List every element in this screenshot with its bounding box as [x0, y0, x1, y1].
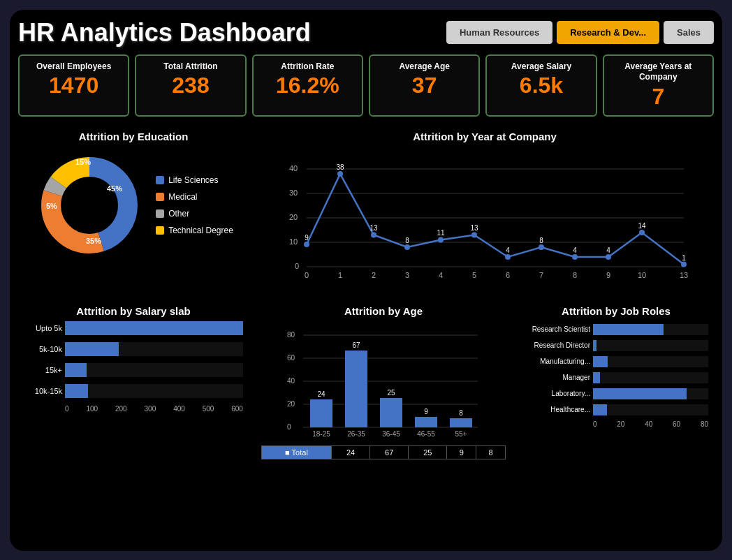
svg-text:8: 8: [405, 237, 409, 244]
svg-text:67: 67: [352, 341, 360, 349]
table-total-label: ■ Total: [262, 446, 332, 459]
job-track-manufacturing: [593, 356, 708, 367]
job-bar-research-director: Research Director: [524, 340, 708, 351]
legend-color-medical: [156, 193, 164, 201]
age-table: ■ Total 24 67 25 9 8: [261, 445, 506, 459]
job-bar-laboratory: Laboratory...: [524, 388, 708, 399]
salary-label-15k: 15k+: [24, 366, 62, 374]
legend-color-life-sciences: [156, 176, 164, 184]
svg-text:1: 1: [338, 271, 342, 279]
svg-text:10: 10: [289, 237, 298, 246]
svg-text:46-55: 46-55: [417, 430, 435, 438]
job-track-research-director: [593, 340, 708, 351]
svg-text:14: 14: [638, 222, 646, 230]
table-val-36-45: 25: [409, 446, 447, 459]
kpi-average-salary: Average Salary 6.5k: [485, 54, 596, 117]
salary-track-15k: [65, 363, 243, 377]
charts-row-2: Attrition by Salary slab Upto 5k 5k-10k …: [18, 300, 714, 464]
salary-track-upto5k: [65, 321, 243, 335]
svg-point-40: [606, 254, 611, 260]
bar-36-45: [380, 398, 402, 427]
salary-fill-5k10k: [65, 342, 119, 356]
salary-bar-upto5k: Upto 5k: [24, 321, 243, 335]
jobs-x-axis: 0 20 40 60 80: [593, 420, 708, 428]
donut-chart: 45% 35% 5% 15%: [34, 149, 145, 261]
svg-text:55+: 55+: [455, 430, 467, 438]
svg-text:13: 13: [470, 224, 478, 232]
tab-human-resources[interactable]: Human Resources: [446, 21, 552, 44]
job-label-healthcare: Healthcare...: [524, 406, 590, 414]
svg-text:26-35: 26-35: [347, 430, 365, 438]
bar-55-plus: [450, 418, 472, 427]
salary-track-5k10k: [65, 342, 243, 356]
svg-text:8: 8: [573, 271, 577, 279]
svg-point-34: [404, 244, 410, 250]
kpi-row: Overall Employees 1470 Total Attrition 2…: [18, 54, 714, 117]
svg-text:7: 7: [539, 271, 543, 279]
svg-point-31: [304, 242, 309, 247]
job-label-research-director: Research Director: [524, 341, 590, 350]
kpi-average-age: Average Age 37: [369, 54, 480, 117]
salary-fill-upto5k: [65, 321, 243, 335]
svg-text:40: 40: [289, 164, 298, 172]
svg-text:30: 30: [289, 189, 298, 197]
bar-46-55: [415, 417, 437, 427]
kpi-total-attrition: Total Attrition 238: [135, 54, 246, 117]
job-track-healthcare: [593, 404, 708, 415]
svg-text:20: 20: [287, 400, 295, 408]
salary-title: Attrition by Salary slab: [24, 305, 243, 317]
job-fill-laboratory: [593, 388, 687, 399]
kpi-avg-years: Average Years at Company 7: [603, 54, 714, 117]
svg-text:9: 9: [305, 234, 309, 242]
svg-text:18-25: 18-25: [312, 430, 330, 438]
job-bar-manufacturing: Manufacturing...: [524, 356, 708, 367]
table-val-26-35: 67: [370, 446, 409, 459]
svg-text:10: 10: [638, 271, 646, 279]
svg-text:6: 6: [506, 271, 510, 279]
dashboard-title: HR Analytics Dashboard: [18, 18, 311, 47]
svg-text:40: 40: [287, 377, 295, 385]
svg-point-38: [539, 244, 544, 250]
legend-medical: Medical: [156, 192, 233, 202]
svg-text:35%: 35%: [86, 237, 101, 245]
tab-research-dev[interactable]: Research & Dev...: [557, 21, 659, 44]
svg-text:4: 4: [573, 246, 577, 254]
svg-text:8: 8: [459, 409, 463, 417]
salary-bar-15k: 15k+: [24, 363, 243, 377]
salary-bar-10k15k: 10k-15k: [24, 384, 243, 398]
job-label-research-scientist: Research Scientist: [524, 325, 590, 334]
age-title: Attrition by Age: [261, 305, 506, 317]
svg-text:13: 13: [369, 224, 378, 232]
svg-text:4: 4: [439, 271, 443, 279]
svg-point-36: [471, 233, 477, 238]
svg-text:11: 11: [437, 229, 445, 237]
job-bar-research-scientist: Research Scientist: [524, 324, 708, 335]
salary-track-10k15k: [65, 384, 243, 398]
svg-text:9: 9: [606, 271, 610, 279]
job-fill-research-director: [593, 340, 596, 351]
job-label-manufacturing: Manufacturing...: [524, 358, 590, 366]
bar-26-35: [345, 351, 367, 427]
job-label-manager: Manager: [524, 374, 590, 382]
job-track-laboratory: [593, 388, 708, 399]
svg-text:80: 80: [287, 331, 295, 339]
year-chart-title: Attrition by Year at Company: [261, 131, 708, 142]
salary-bars: Upto 5k 5k-10k 15k+: [24, 321, 243, 413]
tab-sales[interactable]: Sales: [664, 21, 714, 44]
dashboard: HR Analytics Dashboard Human Resources R…: [10, 10, 722, 551]
legend-technical-degree: Technical Degree: [156, 226, 233, 235]
svg-point-35: [438, 237, 444, 243]
donut-area: 45% 35% 5% 15% Life Sciences Medical: [34, 149, 233, 261]
svg-point-37: [505, 254, 511, 260]
svg-text:0: 0: [295, 262, 299, 270]
bar-18-25: [310, 399, 332, 427]
svg-text:15%: 15%: [75, 158, 91, 166]
svg-text:5%: 5%: [46, 202, 57, 210]
table-val-18-25: 24: [331, 446, 369, 459]
job-fill-manager: [593, 372, 600, 383]
svg-text:1: 1: [682, 254, 686, 262]
kpi-overall-employees: Overall Employees 1470: [18, 54, 129, 117]
salary-label-5k10k: 5k-10k: [24, 345, 62, 353]
job-bar-healthcare: Healthcare...: [524, 404, 708, 415]
kpi-attrition-rate: Attrition Rate 16.2%: [252, 54, 363, 117]
